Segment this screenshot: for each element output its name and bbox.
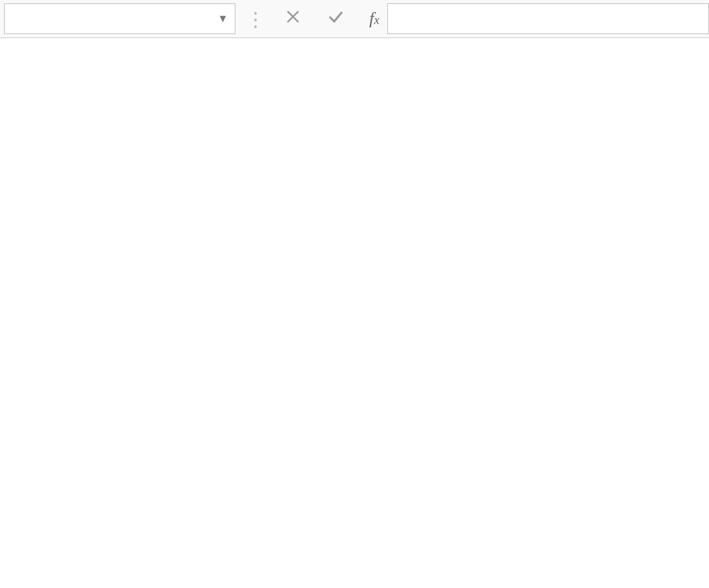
name-box[interactable]: ▼ (4, 3, 235, 34)
formula-input[interactable] (387, 3, 709, 34)
name-box-dropdown-icon[interactable]: ▼ (217, 13, 228, 25)
divider-icon: ⋮ (235, 7, 276, 31)
fx-icon[interactable]: fx (369, 9, 379, 29)
confirm-icon[interactable] (326, 7, 345, 30)
formula-buttons: fx (276, 7, 387, 30)
formula-bar: ▼ ⋮ fx (0, 0, 709, 38)
cancel-icon[interactable] (284, 7, 302, 30)
